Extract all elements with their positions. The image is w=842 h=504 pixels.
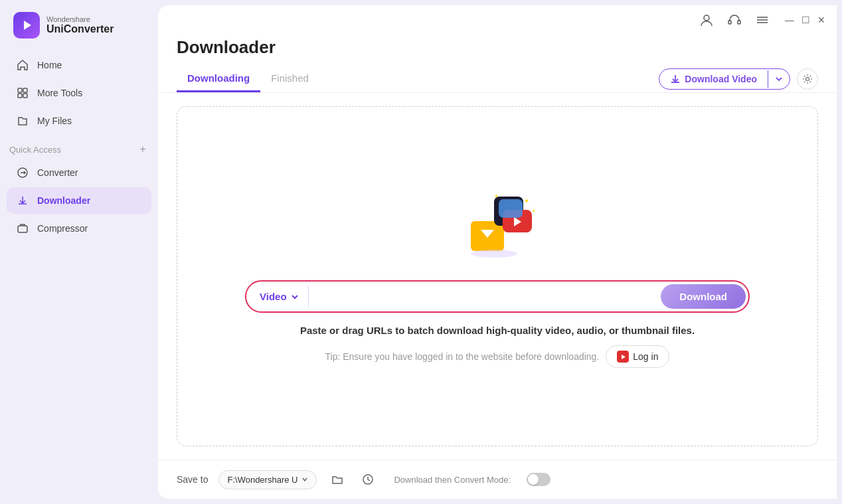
add-quick-access-button[interactable]: + [137,143,149,155]
download-video-dropdown-arrow[interactable] [768,70,790,88]
tip-text: Tip: Ensure you have logged in to the we… [325,351,600,362]
my-files-icon [16,114,29,127]
svg-point-13 [806,78,809,81]
svg-marker-0 [24,21,31,30]
settings-icon-button[interactable] [797,68,818,90]
titlebar: — ☐ ✕ [158,5,837,32]
dropdown-chevron-icon [291,293,299,301]
sidebar-nav: Home More Tools [0,52,158,134]
svg-text:✦: ✦ [494,193,499,199]
svg-rect-4 [23,94,27,98]
page-header: Downloader [158,32,837,66]
tab-downloading[interactable]: Downloading [177,66,260,92]
quick-access-header: Quick Access + [0,134,158,159]
converter-icon [16,166,29,179]
user-icon[interactable] [697,11,716,29]
download-video-main: Download Video [659,69,768,89]
svg-marker-25 [622,355,626,359]
download-video-button[interactable]: Download Video [659,68,790,90]
titlebar-icons [697,11,772,29]
home-icon [16,58,29,72]
logo-icon [13,12,40,39]
content-area: ♪ ✦ ✦ ✦ [158,93,837,460]
svg-rect-1 [18,88,22,92]
close-button[interactable]: ✕ [817,15,826,25]
compressor-icon [16,222,29,235]
sidebar-item-converter-label: Converter [37,167,78,178]
folder-path: F:\Wondershare U [227,475,297,485]
paste-hint: Paste or drag URLs to batch download hig… [300,325,695,336]
menu-icon[interactable] [753,11,772,29]
svg-text:✦: ✦ [524,197,529,205]
svg-rect-6 [18,226,27,232]
svg-rect-20 [499,199,523,218]
clock-icon [362,473,374,485]
footer-bar: Save to F:\Wondershare U Download then C… [158,460,837,499]
download-button[interactable]: Download [661,284,746,309]
sidebar-item-more-tools-label: More Tools [37,88,82,98]
main-content: — ☐ ✕ Downloader Downloading Finished [158,5,837,499]
save-folder-dropdown[interactable]: F:\Wondershare U [218,470,317,489]
youtube-login-button[interactable]: Log in [606,345,669,368]
tabs: Downloading Finished [177,66,319,92]
sidebar-item-downloader[interactable]: Downloader [7,187,151,214]
tab-finished[interactable]: Finished [260,66,319,92]
settings-icon [802,74,813,84]
sidebar-item-compressor[interactable]: Compressor [7,215,151,242]
svg-rect-9 [738,21,740,24]
sidebar-item-compressor-label: Compressor [37,223,88,234]
svg-point-24 [471,250,517,258]
logo-text: Wondershare UniConverter [46,15,114,35]
download-drop-zone: ♪ ✦ ✦ ✦ [177,106,818,446]
logo-name: UniConverter [46,23,114,35]
downloader-illustration: ♪ ✦ ✦ ✦ [458,185,537,264]
sidebar: Wondershare UniConverter Home [0,0,158,504]
folder-open-icon [331,473,343,485]
sidebar-item-home-label: Home [37,60,62,70]
svg-rect-8 [728,21,731,24]
url-input[interactable] [309,286,661,307]
quick-access-label: Quick Access [9,145,61,155]
illustration: ♪ ✦ ✦ ✦ [458,185,537,264]
svg-rect-2 [23,88,27,92]
save-to-label: Save to [177,474,208,485]
url-input-box: Video Download [245,280,750,313]
sidebar-item-my-files-label: My Files [37,116,72,126]
sidebar-item-more-tools[interactable]: More Tools [7,80,151,106]
quick-access-nav: Converter Downloader Compressor [0,159,158,242]
download-arrow-icon [670,74,681,84]
tabs-row: Downloading Finished Download Video [158,66,837,93]
sidebar-item-home[interactable]: Home [7,52,151,78]
video-type-dropdown[interactable]: Video [249,286,309,307]
sidebar-item-downloader-label: Downloader [37,195,90,206]
maximize-button[interactable]: ☐ [801,15,810,25]
history-button[interactable] [358,469,378,489]
tab-actions: Download Video [659,68,818,90]
headset-icon[interactable] [725,11,744,29]
chevron-down-icon [775,75,783,83]
svg-text:✦: ✦ [532,209,536,213]
logo-brand: Wondershare [46,15,114,23]
downloader-icon [16,194,29,207]
convert-mode-label: Download then Convert Mode: [394,475,511,485]
toggle-knob [528,474,539,485]
svg-rect-3 [18,94,22,98]
page-title: Downloader [177,37,818,58]
window-controls: — ☐ ✕ [785,15,826,25]
app-logo: Wondershare UniConverter [0,0,158,52]
folder-dropdown-chevron-icon [301,476,308,483]
youtube-icon [617,351,629,363]
sidebar-item-my-files[interactable]: My Files [7,108,151,134]
open-folder-button[interactable] [327,469,347,489]
more-tools-icon [16,86,29,100]
sidebar-item-converter[interactable]: Converter [7,159,151,186]
tip-row: Tip: Ensure you have logged in to the we… [325,345,670,368]
minimize-button[interactable]: — [785,15,794,25]
svg-point-7 [704,15,709,21]
convert-mode-toggle[interactable] [527,473,550,486]
